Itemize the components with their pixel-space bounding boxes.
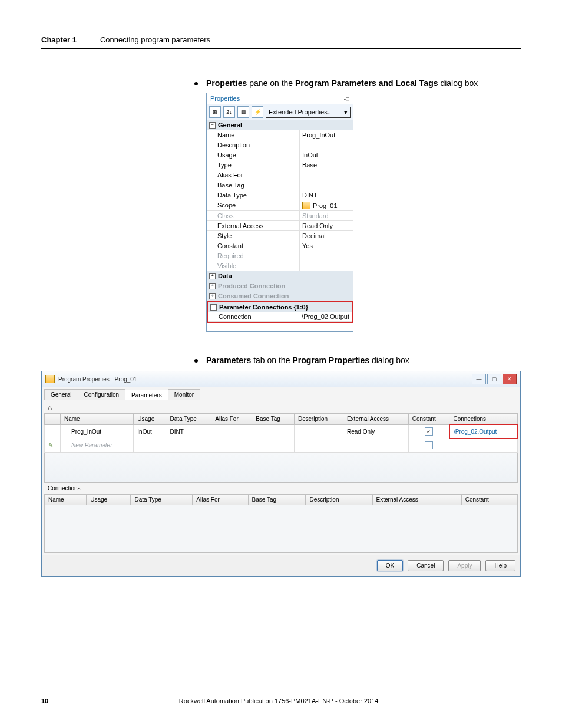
home-icon[interactable]: ⌂ — [44, 403, 518, 413]
col-connections[interactable]: Connections — [449, 414, 517, 425]
prop-val-scope[interactable]: Prog_01 — [300, 200, 353, 210]
col2-extaccess[interactable]: External Access — [372, 495, 461, 505]
col2-basetag[interactable]: Base Tag — [248, 495, 306, 505]
page-number: 10 — [41, 697, 48, 704]
cell-constant[interactable]: ✓ — [408, 424, 449, 439]
bullet-text-1: Properties pane on the Program Parameter… — [206, 78, 478, 88]
bullet-text-2: Parameters tab on the Program Properties… — [206, 355, 409, 365]
prop-val-extaccess[interactable]: Read Only — [300, 221, 353, 230]
cell-usage[interactable]: InOut — [134, 424, 166, 439]
checkbox-unchecked-icon[interactable] — [425, 441, 433, 449]
col-description[interactable]: Description — [295, 414, 343, 425]
categorized-button[interactable]: ⊞ — [209, 106, 221, 118]
section-data[interactable]: + Data — [207, 271, 353, 281]
window-title: Program Properties - Prog_01 — [58, 376, 137, 383]
parameters-grid[interactable]: Name Usage Data Type Alias For Base Tag … — [44, 413, 518, 453]
flash-button[interactable]: ⚡ — [252, 106, 263, 118]
prop-val-usage[interactable]: InOut — [300, 150, 353, 160]
prop-val-aliasfor[interactable] — [300, 170, 353, 180]
prop-key-aliasfor: Alias For — [207, 170, 300, 180]
prop-val-type[interactable]: Base — [300, 160, 353, 170]
bullet-icon — [194, 82, 198, 85]
col-aliasfor[interactable]: Alias For — [211, 414, 252, 425]
cell-name[interactable]: Prog_InOut — [61, 424, 134, 439]
table-row-new[interactable]: ✎ New Parameter — [45, 439, 518, 453]
cell-connections[interactable]: \Prog_02.Output — [449, 424, 517, 439]
cell-extaccess[interactable]: Read Only — [343, 424, 408, 439]
col2-description[interactable]: Description — [306, 495, 372, 505]
ok-button[interactable]: OK — [377, 560, 403, 571]
expand-icon: + — [209, 293, 216, 299]
prop-val-style[interactable]: Decimal — [300, 231, 353, 241]
connections-blank-area — [44, 505, 518, 553]
cancel-button[interactable]: Cancel — [408, 560, 444, 571]
col2-name[interactable]: Name — [45, 495, 87, 505]
cell-basetag[interactable] — [252, 424, 295, 439]
col-datatype[interactable]: Data Type — [166, 414, 211, 425]
minimize-button[interactable]: — — [472, 374, 486, 384]
prop-key-constant: Constant — [207, 241, 300, 251]
new-parameter-placeholder[interactable]: New Parameter — [61, 439, 134, 453]
prop-key-style: Style — [207, 231, 300, 241]
section-parameter-connections[interactable]: − Parameter Connections {1:0} — [208, 302, 352, 312]
maximize-button[interactable]: ▢ — [487, 374, 501, 384]
section-consumed: + Consumed Connection — [207, 291, 353, 301]
prop-key-type: Type — [207, 160, 300, 170]
tab-monitor[interactable]: Monitor — [168, 389, 200, 400]
bullet-icon — [194, 359, 198, 363]
col2-usage[interactable]: Usage — [87, 495, 131, 505]
prop-key-description: Description — [207, 140, 300, 150]
prop-val-class: Standard — [300, 211, 353, 220]
prop-key-required: Required — [207, 251, 300, 261]
connections-grid[interactable]: Name Usage Data Type Alias For Base Tag … — [44, 494, 518, 505]
prop-key-connection: Connection — [208, 312, 299, 321]
cell-description[interactable] — [295, 424, 343, 439]
grid-blank-area — [44, 453, 518, 483]
prop-key-visible: Visible — [207, 261, 300, 271]
grid-button[interactable]: ▦ — [237, 106, 249, 118]
collapse-icon[interactable]: − — [210, 304, 217, 311]
prop-val-description[interactable] — [300, 140, 353, 150]
pin-icon[interactable]: -□ — [344, 95, 349, 102]
prop-val-name[interactable]: Prog_InOut — [300, 130, 353, 140]
prop-val-visible — [300, 261, 353, 271]
col2-aliasfor[interactable]: Alias For — [193, 495, 248, 505]
program-folder-icon — [45, 375, 55, 383]
expand-icon[interactable]: + — [209, 273, 216, 279]
tab-configuration[interactable]: Configuration — [78, 389, 125, 400]
prop-val-connection[interactable]: \Prog_02.Output — [299, 312, 352, 321]
col-usage[interactable]: Usage — [134, 414, 166, 425]
tab-parameters[interactable]: Parameters — [125, 390, 168, 400]
highlight-parameter-connections: − Parameter Connections {1:0} Connection… — [207, 301, 353, 323]
prop-val-datatype[interactable]: DINT — [300, 190, 353, 200]
section-produced: + Produced Connection — [207, 281, 353, 291]
col-constant[interactable]: Constant — [408, 414, 449, 425]
extended-properties-dropdown[interactable]: Extended Properties.. ▾ — [266, 107, 351, 118]
close-button[interactable]: ✕ — [503, 374, 517, 384]
prop-val-constant[interactable]: Yes — [300, 241, 353, 251]
col-basetag[interactable]: Base Tag — [252, 414, 295, 425]
collapse-icon[interactable]: − — [209, 122, 216, 129]
help-button[interactable]: Help — [485, 560, 515, 571]
prop-key-scope: Scope — [207, 200, 300, 210]
properties-pane: Properties -□ ⊞ 2↓ ▦ ⚡ Extended Properti… — [206, 93, 353, 332]
publication-info: Rockwell Automation Publication 1756-PM0… — [48, 697, 509, 704]
prop-key-extaccess: External Access — [207, 221, 300, 230]
col2-datatype[interactable]: Data Type — [131, 495, 193, 505]
chevron-down-icon: ▾ — [344, 108, 348, 116]
prop-key-usage: Usage — [207, 150, 300, 160]
section-general[interactable]: − General — [207, 120, 353, 130]
apply-button[interactable]: Apply — [448, 560, 481, 571]
cell-aliasfor[interactable] — [211, 424, 252, 439]
prop-val-basetag[interactable] — [300, 180, 353, 190]
checkbox-checked-icon[interactable]: ✓ — [425, 427, 433, 436]
tab-general[interactable]: General — [44, 389, 78, 400]
col2-constant[interactable]: Constant — [461, 495, 517, 505]
cell-datatype[interactable]: DINT — [166, 424, 211, 439]
program-properties-window: Program Properties - Prog_01 — ▢ ✕ Gener… — [41, 371, 521, 577]
alpha-sort-button[interactable]: 2↓ — [223, 106, 235, 118]
col-extaccess[interactable]: External Access — [343, 414, 408, 425]
table-row[interactable]: Prog_InOut InOut DINT Read Only ✓ \Prog_… — [45, 424, 518, 439]
chapter-label: Chapter 1 — [41, 35, 77, 44]
col-name[interactable]: Name — [61, 414, 134, 425]
